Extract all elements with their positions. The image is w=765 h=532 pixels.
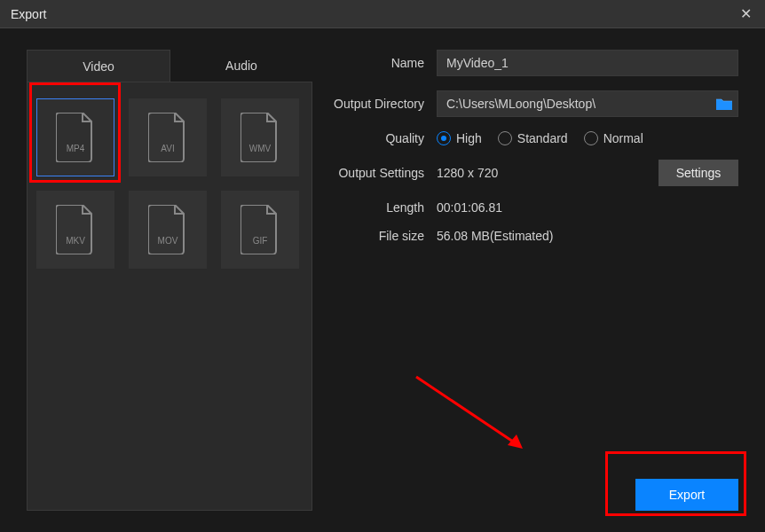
label-output-dir: Output Directory (330, 97, 437, 111)
format-mov[interactable]: MOV (129, 191, 207, 269)
export-button[interactable]: Export (635, 479, 738, 511)
file-icon: WMV (241, 113, 280, 162)
radio-dot-icon (584, 131, 598, 145)
label-name: Name (330, 56, 437, 70)
label-quality: Quality (330, 131, 437, 145)
name-input[interactable] (437, 50, 738, 76)
output-dir-input[interactable] (437, 90, 738, 117)
format-label: WMV (241, 144, 280, 153)
file-icon: MP4 (56, 113, 95, 162)
file-icon: MOV (148, 205, 187, 254)
tab-audio[interactable]: Audio (170, 50, 312, 82)
radio-dot-icon (498, 131, 512, 145)
left-panel: Video Audio MP4 AVI WMV (27, 50, 312, 511)
format-wmv[interactable]: WMV (221, 98, 299, 176)
folder-icon[interactable] (715, 97, 733, 111)
label-output-settings: Output Settings (330, 166, 437, 180)
resolution-value: 1280 x 720 (437, 166, 498, 180)
quality-standard-radio[interactable]: Standard (498, 131, 568, 145)
title-bar: Export ✕ (0, 0, 765, 28)
window-title: Export (11, 7, 46, 21)
quality-high-radio[interactable]: High (437, 131, 482, 145)
format-label: AVI (148, 144, 187, 153)
format-gif[interactable]: GIF (221, 191, 299, 269)
close-icon[interactable]: ✕ (737, 5, 754, 22)
file-icon: AVI (148, 113, 187, 162)
file-size-value: 56.08 MB(Estimated) (437, 229, 554, 243)
format-tabs: Video Audio (27, 50, 312, 82)
settings-button[interactable]: Settings (659, 160, 738, 186)
file-icon: GIF (241, 205, 280, 254)
tab-video[interactable]: Video (27, 50, 170, 82)
quality-normal-label: Normal (603, 131, 643, 145)
quality-standard-label: Standard (517, 131, 568, 145)
format-label: MOV (148, 236, 187, 246)
length-value: 00:01:06.81 (437, 200, 502, 215)
label-length: Length (330, 200, 437, 215)
format-grid: MP4 AVI WMV MKV (27, 82, 312, 511)
quality-high-label: High (456, 131, 482, 145)
format-mp4[interactable]: MP4 (36, 98, 114, 176)
format-label: GIF (241, 236, 280, 246)
format-label: MKV (56, 236, 95, 246)
label-file-size: File size (330, 229, 437, 243)
file-icon: MKV (56, 205, 95, 254)
format-mkv[interactable]: MKV (36, 191, 114, 269)
right-panel: Name Output Directory Quality High (312, 50, 738, 511)
radio-dot-icon (437, 131, 451, 145)
quality-normal-radio[interactable]: Normal (584, 131, 643, 145)
format-avi[interactable]: AVI (129, 98, 207, 176)
format-label: MP4 (56, 144, 95, 153)
